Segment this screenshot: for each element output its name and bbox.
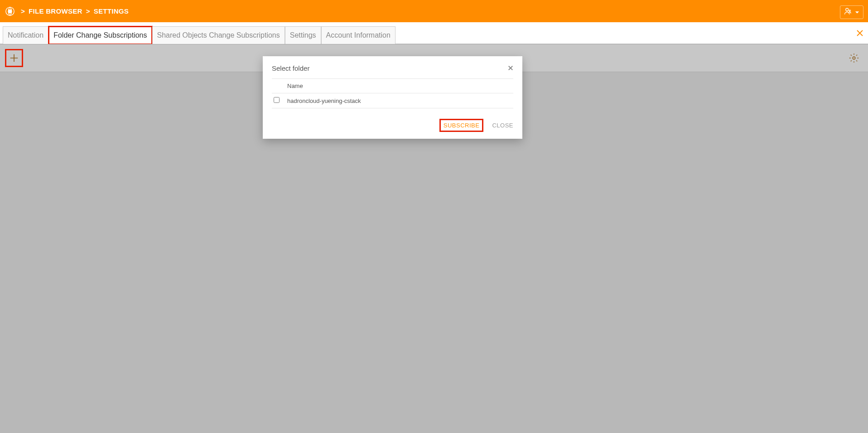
dialog-title: Select folder [272, 64, 309, 72]
app-logo-icon [5, 6, 15, 17]
column-name-header: Name [285, 79, 513, 93]
close-button[interactable]: CLOSE [492, 122, 513, 129]
svg-point-1 [8, 9, 12, 13]
breadcrumb: > FILE BROWSER > SETTINGS [17, 7, 129, 15]
user-icon [844, 7, 852, 17]
svg-point-2 [846, 8, 849, 11]
folder-table: Name hadroncloud-yuening-cstack [272, 78, 513, 108]
dialog-close-button[interactable] [508, 63, 513, 73]
folder-checkbox[interactable] [274, 97, 280, 103]
tab-shared-objects-change-subscriptions[interactable]: Shared Objects Change Subscriptions [152, 26, 285, 44]
breadcrumb-file-browser[interactable]: FILE BROWSER [29, 7, 82, 15]
tab-account-information[interactable]: Account Information [321, 26, 395, 44]
tab-folder-change-subscriptions[interactable]: Folder Change Subscriptions [48, 26, 152, 44]
tabs-bar: Notification Folder Change Subscriptions… [0, 22, 868, 44]
plus-icon [9, 53, 19, 63]
select-folder-dialog: Select folder Name hadroncloud-yuening-c… [263, 56, 522, 139]
subscribe-button[interactable]: SUBSCRIBE [441, 120, 482, 131]
breadcrumb-sep: > [86, 7, 90, 15]
column-checkbox [272, 79, 285, 93]
tab-notification[interactable]: Notification [3, 26, 48, 44]
close-panel-button[interactable] [856, 29, 863, 39]
folder-name-cell: hadroncloud-yuening-cstack [285, 93, 513, 108]
gear-icon [849, 53, 859, 63]
tab-settings[interactable]: Settings [285, 26, 321, 44]
dialog-body: Name hadroncloud-yuening-cstack [263, 78, 522, 113]
breadcrumb-settings[interactable]: SETTINGS [94, 7, 129, 15]
svg-point-4 [853, 57, 855, 59]
chevron-down-icon [855, 8, 859, 16]
close-icon [856, 29, 863, 37]
app-header: > FILE BROWSER > SETTINGS [0, 0, 868, 22]
add-subscription-button[interactable] [6, 50, 22, 66]
close-icon [508, 65, 513, 71]
table-row[interactable]: hadroncloud-yuening-cstack [272, 93, 513, 108]
settings-gear-button[interactable] [848, 52, 860, 64]
svg-point-3 [849, 10, 850, 11]
dialog-header: Select folder [263, 56, 522, 78]
dialog-footer: SUBSCRIBE CLOSE [263, 113, 522, 139]
user-menu-button[interactable] [840, 5, 863, 19]
breadcrumb-sep: > [21, 7, 25, 15]
